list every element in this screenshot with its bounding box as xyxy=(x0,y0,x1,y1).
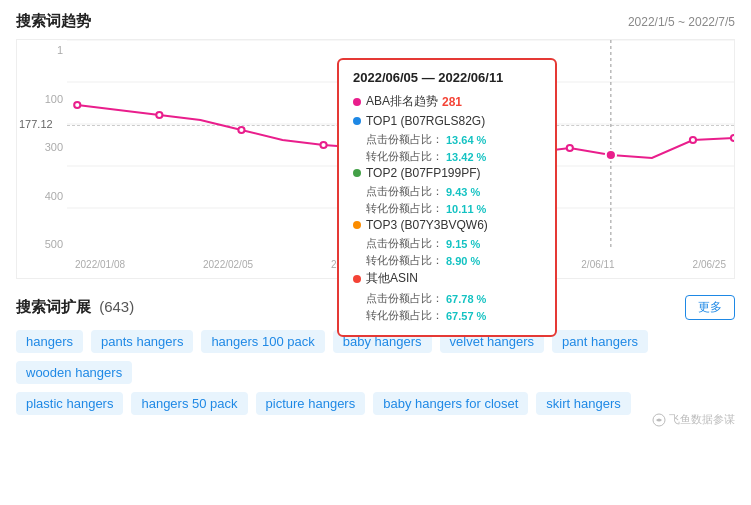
top3-dot xyxy=(353,221,361,229)
tooltip-top2-convert: 转化份额占比： 10.11 % xyxy=(366,201,541,216)
top1-click-value: 13.64 % xyxy=(446,134,486,146)
tag-item[interactable]: baby hangers for closet xyxy=(373,392,528,415)
top3-label: TOP3 (B07Y3BVQW6) xyxy=(366,218,488,232)
chart-area: 1 100 300 400 500 177.12 xyxy=(16,39,735,279)
tooltip-other-row: 其他ASIN xyxy=(353,270,541,287)
top1-click-label: 点击份额占比： xyxy=(366,132,443,147)
y-axis: 1 100 300 400 500 xyxy=(17,40,67,250)
tooltip-top3-convert: 转化份额占比： 8.90 % xyxy=(366,253,541,268)
watermark: 飞鱼数据参谋 xyxy=(652,412,735,427)
tooltip-top3-row: TOP3 (B07Y3BVQW6) xyxy=(353,218,541,232)
tooltip-popup: 2022/06/05 — 2022/06/11 ABA排名趋势 281 TOP1… xyxy=(337,58,557,337)
other-label: 其他ASIN xyxy=(366,270,418,287)
tooltip-date: 2022/06/05 — 2022/06/11 xyxy=(353,70,541,85)
svg-point-8 xyxy=(320,142,326,148)
page-container: 搜索词趋势 2022/1/5 ~ 2022/7/5 1 100 300 400 … xyxy=(0,0,751,435)
top3-click-value: 9.15 % xyxy=(446,238,480,250)
svg-point-6 xyxy=(156,112,162,118)
svg-point-5 xyxy=(74,102,80,108)
tag-item[interactable]: pant hangers xyxy=(552,330,648,353)
svg-point-14 xyxy=(731,135,734,141)
top3-click-label: 点击份额占比： xyxy=(366,236,443,251)
top2-dot xyxy=(353,169,361,177)
x-label-6: 2/06/25 xyxy=(693,259,726,270)
tag-item[interactable]: hangers xyxy=(16,330,83,353)
tag-item[interactable]: plastic hangers xyxy=(16,392,123,415)
top2-convert-value: 10.11 % xyxy=(446,203,486,215)
top1-convert-value: 13.42 % xyxy=(446,151,486,163)
top1-dot xyxy=(353,117,361,125)
svg-point-13 xyxy=(690,137,696,143)
top2-click-value: 9.43 % xyxy=(446,186,480,198)
top2-click-label: 点击份额占比： xyxy=(366,184,443,199)
watermark-text: 飞鱼数据参谋 xyxy=(669,412,735,427)
top2-convert-label: 转化份额占比： xyxy=(366,201,443,216)
svg-point-16 xyxy=(606,150,616,160)
top2-label: TOP2 (B07FP199PF) xyxy=(366,166,481,180)
aba-dot xyxy=(353,98,361,106)
other-click-label: 点击份额占比： xyxy=(366,291,443,306)
tooltip-top2-row: TOP2 (B07FP199PF) xyxy=(353,166,541,180)
other-click-value: 67.78 % xyxy=(446,293,486,305)
tags-row-2: plastic hangershangers 50 packpicture ha… xyxy=(16,392,735,415)
tag-item[interactable]: hangers 50 pack xyxy=(131,392,247,415)
tooltip-top3-click: 点击份额占比： 9.15 % xyxy=(366,236,541,251)
watermark-icon xyxy=(652,413,666,427)
y-label-5: 500 xyxy=(21,238,63,250)
x-label-5: 2/06/11 xyxy=(581,259,614,270)
tooltip-top2-click: 点击份额占比： 9.43 % xyxy=(366,184,541,199)
tag-item[interactable]: skirt hangers xyxy=(536,392,630,415)
search-ext-count: (643) xyxy=(99,298,134,315)
top3-convert-label: 转化份额占比： xyxy=(366,253,443,268)
dashed-value-label: 177.12 xyxy=(17,118,55,130)
x-label-1: 2022/01/08 xyxy=(75,259,125,270)
tooltip-top1-click: 点击份额占比： 13.64 % xyxy=(366,132,541,147)
tag-item[interactable]: picture hangers xyxy=(256,392,366,415)
svg-point-11 xyxy=(567,145,573,151)
svg-point-7 xyxy=(238,127,244,133)
aba-label: ABA排名趋势 xyxy=(366,93,438,110)
top3-convert-value: 8.90 % xyxy=(446,255,480,267)
y-label-3: 300 xyxy=(21,141,63,153)
chart-section-header: 搜索词趋势 2022/1/5 ~ 2022/7/5 xyxy=(16,12,735,31)
y-label-1: 1 xyxy=(21,44,63,56)
x-label-2: 2022/02/05 xyxy=(203,259,253,270)
y-label-2: 100 xyxy=(21,93,63,105)
tooltip-other-convert: 转化份额占比： 67.57 % xyxy=(366,308,541,323)
other-dot xyxy=(353,275,361,283)
more-button[interactable]: 更多 xyxy=(685,295,735,320)
y-label-4: 400 xyxy=(21,190,63,202)
tags-row-1: hangerspants hangershangers 100 packbaby… xyxy=(16,330,735,384)
top1-label: TOP1 (B07RGLS82G) xyxy=(366,114,485,128)
tag-item[interactable]: hangers 100 pack xyxy=(201,330,324,353)
aba-value: 281 xyxy=(442,95,462,109)
tag-item[interactable]: pants hangers xyxy=(91,330,193,353)
chart-title: 搜索词趋势 xyxy=(16,12,91,31)
tag-item[interactable]: wooden hangers xyxy=(16,361,132,384)
other-convert-label: 转化份额占比： xyxy=(366,308,443,323)
tooltip-top1-convert: 转化份额占比： 13.42 % xyxy=(366,149,541,164)
tooltip-other-click: 点击份额占比： 67.78 % xyxy=(366,291,541,306)
search-ext-title-text: 搜索词扩展 xyxy=(16,298,91,315)
top1-convert-label: 转化份额占比： xyxy=(366,149,443,164)
search-ext-title: 搜索词扩展 (643) xyxy=(16,298,134,317)
chart-date-range: 2022/1/5 ~ 2022/7/5 xyxy=(628,15,735,29)
tooltip-aba-row: ABA排名趋势 281 xyxy=(353,93,541,110)
tooltip-top1-row: TOP1 (B07RGLS82G) xyxy=(353,114,541,128)
other-convert-value: 67.57 % xyxy=(446,310,486,322)
